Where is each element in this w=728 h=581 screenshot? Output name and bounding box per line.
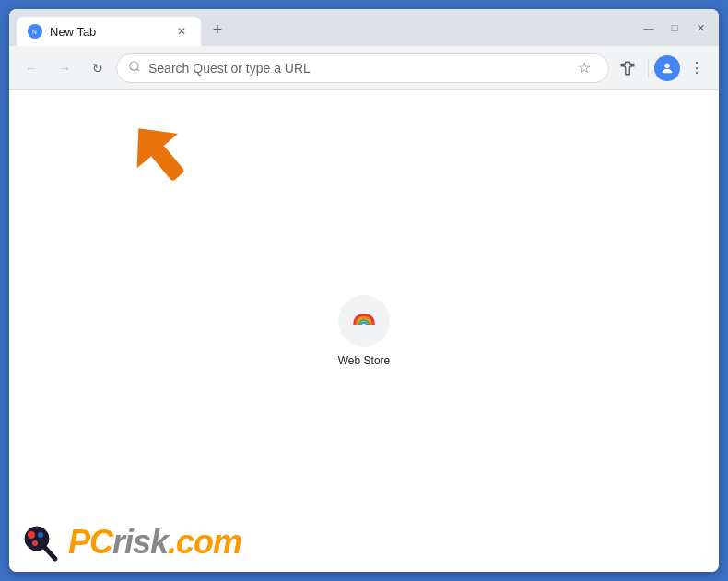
domain-text: .com (168, 523, 241, 561)
title-bar: N New Tab ✕ + — □ ✕ (9, 9, 719, 46)
shortcuts-area: Web Store (338, 295, 390, 367)
tab-close-button[interactable]: ✕ (173, 23, 190, 40)
toolbar-divider (648, 59, 649, 77)
close-button[interactable]: ✕ (689, 17, 711, 39)
pcrisk-brand-text: PCrisk.com (68, 523, 241, 562)
minimize-button[interactable]: — (638, 17, 660, 39)
search-icon (128, 60, 141, 76)
bookmark-button[interactable]: ☆ (571, 55, 597, 81)
svg-line-3 (137, 69, 140, 72)
profile-button[interactable] (654, 55, 680, 81)
pc-text: PC (68, 523, 112, 561)
back-button[interactable]: ← (17, 53, 46, 83)
toolbar-actions: ⋮ (613, 53, 711, 83)
web-store-label: Web Store (338, 354, 390, 367)
nav-bar: ← → ↻ Search Quest or type a URL ☆ (9, 46, 719, 90)
web-store-shortcut[interactable]: Web Store (338, 295, 390, 367)
browser-window: N New Tab ✕ + — □ ✕ ← → ↻ (9, 9, 719, 572)
watermark: PCrisk.com (9, 513, 252, 572)
tab-strip: N New Tab ✕ + (17, 17, 638, 46)
tab-title: New Tab (50, 25, 166, 39)
address-bar[interactable]: Search Quest or type a URL ☆ (116, 53, 609, 83)
svg-line-13 (45, 548, 55, 559)
svg-point-10 (28, 531, 35, 539)
pcrisk-logo-icon (20, 520, 65, 564)
tab-favicon: N (28, 24, 42, 39)
window-controls: — □ ✕ (638, 17, 711, 39)
refresh-button[interactable]: ↻ (83, 53, 112, 83)
svg-text:N: N (32, 29, 37, 35)
svg-point-4 (664, 63, 669, 67)
risk-text: risk (112, 523, 168, 561)
new-tab-button[interactable]: + (205, 17, 230, 42)
extensions-button[interactable] (613, 53, 642, 83)
active-tab[interactable]: N New Tab ✕ (17, 17, 201, 46)
svg-point-2 (130, 62, 138, 70)
svg-point-12 (32, 540, 38, 546)
menu-button[interactable]: ⋮ (682, 53, 711, 83)
main-content: Web Store PCrisk.com (9, 90, 719, 572)
web-store-icon (338, 295, 390, 347)
address-text: Search Quest or type a URL (148, 61, 564, 76)
svg-point-11 (38, 532, 43, 538)
maximize-button[interactable]: □ (663, 17, 686, 39)
forward-button[interactable]: → (50, 53, 79, 83)
